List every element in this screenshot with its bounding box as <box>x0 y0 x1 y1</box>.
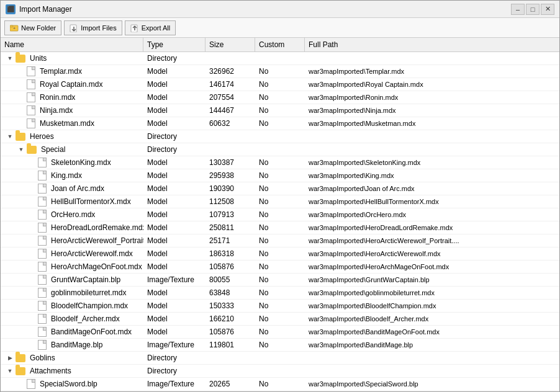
expand-arrow[interactable] <box>17 94 25 101</box>
expand-arrow[interactable] <box>29 263 36 270</box>
close-button[interactable]: ✕ <box>541 4 554 15</box>
expand-arrow[interactable] <box>29 172 36 179</box>
table-row[interactable]: Joan of Arc.mdxModel190390Nowar3mapImpor… <box>1 182 559 195</box>
row-fullpath: war3mapImported\BloodelfChampion.mdx <box>305 300 559 312</box>
row-name: SpecialSword.blp <box>40 380 97 388</box>
table-row[interactable]: ▼HeroesDirectory <box>1 130 559 143</box>
table-row[interactable]: Royal Captain.mdxModel146174Nowar3mapImp… <box>1 78 559 91</box>
row-size <box>205 352 255 364</box>
minimize-button[interactable]: – <box>511 4 525 15</box>
table-row[interactable]: HeroDreadLordRemake.mdxModel250811Nowar3… <box>1 221 559 234</box>
table-row[interactable]: BanditMageOnFoot.mdxModel105876Nowar3map… <box>1 326 559 339</box>
table-row[interactable]: SpecialSword.blpImage/Texture20265Nowar3… <box>1 378 559 391</box>
row-name: BloodelfChampion.mdx <box>51 301 128 310</box>
expand-arrow[interactable] <box>29 328 36 336</box>
row-name: HeroArchMageOnFoot.mdx <box>51 262 142 271</box>
file-icon <box>38 301 47 311</box>
row-custom: No <box>255 117 305 130</box>
expand-arrow[interactable]: ▼ <box>6 367 14 375</box>
row-size <box>205 365 255 377</box>
row-size: 112508 <box>205 195 255 208</box>
expand-arrow[interactable] <box>29 185 36 192</box>
table-row[interactable]: Ronin.mdxModel207554Nowar3mapImported\Ro… <box>1 91 559 104</box>
expand-arrow[interactable] <box>17 107 25 114</box>
expand-arrow[interactable] <box>29 289 36 296</box>
expand-arrow[interactable] <box>17 120 25 127</box>
expand-arrow[interactable] <box>29 198 36 205</box>
table-row[interactable]: ▼UnitsDirectory <box>1 52 559 65</box>
row-type: Model <box>143 208 205 221</box>
new-folder-icon: + <box>10 24 19 32</box>
expand-arrow[interactable] <box>17 380 25 388</box>
table-row[interactable]: HeroArcticWerewolf.mdxModel186318Nowar3m… <box>1 247 559 261</box>
row-type: Directory <box>143 130 205 143</box>
row-size: 105876 <box>205 326 255 338</box>
table-row[interactable]: Ninja.mdxModel144467Nowar3mapImported\Ni… <box>1 104 559 117</box>
row-custom: No <box>255 78 305 91</box>
row-fullpath: war3mapImported\King.mdx <box>305 169 559 182</box>
maximize-button[interactable]: □ <box>526 4 540 15</box>
header-name[interactable]: Name <box>1 38 143 51</box>
row-custom: No <box>255 326 305 338</box>
row-custom: No <box>255 91 305 104</box>
table-row[interactable]: GruntWarCaptain.blpImage/Texture80055Now… <box>1 274 559 287</box>
export-all-button[interactable]: Export All <box>125 20 176 35</box>
new-folder-button[interactable]: + New Folder <box>4 20 61 35</box>
expand-arrow[interactable] <box>29 237 36 244</box>
file-icon <box>38 184 47 194</box>
table-row[interactable]: BanditMage.blpImage/Texture119801Nowar3m… <box>1 339 559 352</box>
expand-arrow[interactable] <box>17 81 25 88</box>
table-body[interactable]: ▼UnitsDirectory Templar.mdxModel326962No… <box>1 52 559 391</box>
table-row[interactable]: OrcHero.mdxModel107913Nowar3mapImported\… <box>1 208 559 221</box>
row-fullpath: war3mapImported\BanditMage.blp <box>305 339 559 351</box>
expand-arrow[interactable] <box>29 211 36 218</box>
row-custom <box>255 52 305 65</box>
table-row[interactable]: HeroArcticWerewolf_Portrait...Model25171… <box>1 234 559 247</box>
table-row[interactable]: HellBullTormentorX.mdxModel112508Nowar3m… <box>1 195 559 208</box>
row-name: Ninja.mdx <box>40 106 73 115</box>
header-type[interactable]: Type <box>143 38 205 51</box>
table-row[interactable]: ▼AttachmentsDirectory <box>1 365 559 378</box>
table-row[interactable]: ▶GoblinsDirectory <box>1 352 559 365</box>
expand-arrow[interactable] <box>29 341 36 349</box>
row-custom: No <box>255 274 305 286</box>
expand-arrow[interactable] <box>29 159 36 166</box>
row-size: 60632 <box>205 117 255 130</box>
expand-arrow[interactable] <box>29 224 36 231</box>
row-custom: No <box>255 65 305 78</box>
table-row[interactable]: Musketman.mdxModel60632Nowar3mapImported… <box>1 117 559 130</box>
import-manager-window: ⬛ Import Manager – □ ✕ + New Folder <box>0 0 560 392</box>
import-files-button[interactable]: Import Files <box>64 20 122 35</box>
table-row[interactable]: King.mdxModel295938Nowar3mapImported\Kin… <box>1 169 559 182</box>
expand-arrow[interactable] <box>17 68 25 75</box>
row-name: Attachments <box>30 367 71 375</box>
row-custom: No <box>255 221 305 234</box>
expand-arrow[interactable]: ▼ <box>6 133 14 140</box>
table-row[interactable]: HeroArchMageOnFoot.mdxModel105876Nowar3m… <box>1 261 559 274</box>
table-row[interactable]: SkeletonKing.mdxModel130387Nowar3mapImpo… <box>1 156 559 169</box>
row-fullpath: war3mapImported\Ninja.mdx <box>305 104 559 117</box>
header-custom[interactable]: Custom <box>255 38 305 51</box>
table-row[interactable]: BloodelfChampion.mdxModel150333Nowar3map… <box>1 300 559 313</box>
table-row[interactable]: Templar.mdxModel326962Nowar3mapImported\… <box>1 65 559 78</box>
expand-arrow[interactable]: ▶ <box>6 354 14 362</box>
row-name: HeroArcticWerewolf.mdx <box>51 249 133 258</box>
row-fullpath: war3mapImported\GruntWarCaptain.blp <box>305 274 559 286</box>
table-row[interactable]: Bloodelf_Archer.mdxModel166210Nowar3mapI… <box>1 313 559 326</box>
expand-arrow[interactable] <box>29 250 36 257</box>
row-size: 80055 <box>205 274 255 286</box>
expand-arrow[interactable]: ▼ <box>6 55 14 62</box>
row-type: Image/Texture <box>143 378 205 390</box>
expand-arrow[interactable] <box>29 276 36 283</box>
header-fullpath[interactable]: Full Path <box>305 38 559 51</box>
header-size[interactable]: Size <box>205 38 255 51</box>
expand-arrow[interactable]: ▼ <box>17 146 25 153</box>
expand-arrow[interactable] <box>29 315 36 323</box>
table-row[interactable]: goblinmobileturret.mdxModel63848Nowar3ma… <box>1 287 559 300</box>
row-type: Image/Texture <box>143 274 205 286</box>
table-row[interactable]: ▼SpecialDirectory <box>1 143 559 156</box>
file-icon <box>38 171 47 180</box>
expand-arrow[interactable] <box>29 302 36 310</box>
row-name: Musketman.mdx <box>40 119 94 128</box>
file-icon <box>38 210 47 220</box>
